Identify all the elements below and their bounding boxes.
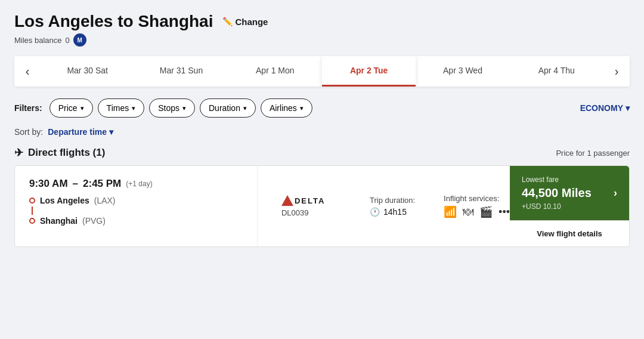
flight-card: 9:30 AM – 2:45 PM (+1 day) Los Angeles (… [14, 165, 630, 247]
times-filter-button[interactable]: Times ▾ [98, 98, 145, 118]
wifi-icon: 📶 [444, 205, 457, 218]
flight-card-main: 9:30 AM – 2:45 PM (+1 day) Los Angeles (… [15, 166, 257, 246]
origin-code: (LAX) [94, 196, 116, 205]
delta-logo: DELTA [281, 195, 341, 206]
pencil-icon: ✏️ [222, 17, 233, 26]
airline-name: DELTA [295, 196, 325, 205]
trip-duration-value: 14h15 [383, 207, 407, 217]
origin-route-item: Los Angeles (LAX) [29, 196, 243, 205]
miles-amount: 44,500 Miles › [522, 186, 617, 200]
miles-coin-icon: M [73, 33, 86, 47]
plane-icon: ✈ [14, 146, 23, 159]
chevron-down-icon: ▾ [300, 104, 304, 112]
date-tab-5[interactable]: Apr 4 Thu [510, 56, 603, 87]
trip-duration-label: Trip duration: [370, 196, 415, 205]
dest-route-item: Shanghai (PVG) [29, 216, 243, 226]
header-section: Los Angeles to Shanghai ✏️ Change Miles … [14, 12, 630, 47]
sort-label: Sort by: [14, 127, 43, 137]
date-tab-4[interactable]: Apr 3 Wed [416, 56, 509, 87]
route-title: Los Angeles to Shanghai [14, 12, 213, 31]
chevron-down-icon: ▾ [132, 104, 135, 112]
dest-code: (PVG) [82, 216, 106, 226]
flight-section-header: ✈ Direct flights (1) Price for 1 passeng… [14, 146, 630, 159]
economy-filter-button[interactable]: ECONOMY ▾ [580, 103, 630, 113]
chevron-down-icon: ▾ [243, 104, 247, 112]
dining-icon: 🍽 [463, 206, 473, 218]
dest-dot [29, 218, 35, 224]
inflight-section: Inflight services: 📶 🍽 🎬 ••• [444, 194, 510, 218]
sort-value-button[interactable]: Departure time ▾ [48, 127, 113, 137]
date-tab-1[interactable]: Mar 31 Sun [134, 56, 228, 87]
lowest-fare-box[interactable]: Lowest fare 44,500 Miles › +USD 10.10 [510, 166, 629, 220]
trip-time: 🕐 14h15 [370, 207, 415, 217]
stops-filter-button[interactable]: Stops ▾ [149, 98, 195, 118]
date-tab-2[interactable]: Apr 1 Mon [228, 56, 322, 87]
flight-middle: DELTA DL0039 Trip duration: 🕐 14h15 Infl… [257, 166, 510, 246]
entertainment-icon: 🎬 [479, 205, 493, 218]
chevron-right-icon: › [614, 187, 617, 199]
origin-dot [29, 198, 35, 204]
chevron-down-icon: ▾ [80, 104, 84, 112]
sort-row: Sort by: Departure time ▾ [14, 127, 630, 137]
usd-amount: +USD 10.10 [522, 202, 561, 211]
next-date-button[interactable]: › [603, 56, 630, 87]
inflight-label: Inflight services: [444, 194, 510, 203]
next-day-label: (+1 day) [126, 180, 152, 188]
chevron-down-icon: ▾ [626, 103, 630, 113]
trip-duration-section: Trip duration: 🕐 14h15 [370, 196, 415, 217]
flight-price-panel: Lowest fare 44,500 Miles › +USD 10.10 Vi… [510, 166, 629, 246]
flight-number: DL0039 [281, 208, 341, 217]
depart-time: 9:30 AM [29, 178, 68, 190]
delta-triangle-icon [281, 195, 293, 206]
duration-filter-button[interactable]: Duration ▾ [200, 98, 256, 118]
price-filter-button[interactable]: Price ▾ [49, 98, 93, 118]
lowest-fare-label: Lowest fare [522, 175, 559, 184]
date-tab-0[interactable]: Mar 30 Sat [41, 56, 134, 87]
airlines-filter-button[interactable]: Airlines ▾ [261, 98, 312, 118]
flight-route: Los Angeles (LAX) Shanghai (PVG) [29, 196, 243, 226]
date-tabs: Mar 30 Sat Mar 31 Sun Apr 1 Mon Apr 2 Tu… [41, 56, 603, 87]
chevron-down-icon: ▾ [182, 104, 186, 112]
clock-icon: 🕐 [370, 207, 380, 217]
chevron-down-icon: ▾ [109, 127, 113, 137]
dest-city: Shanghai [40, 216, 78, 226]
filters-label: Filters: [14, 103, 42, 113]
flight-times: 9:30 AM – 2:45 PM (+1 day) [29, 178, 243, 190]
route-line [32, 207, 33, 215]
miles-balance: Miles balance 0 M [14, 33, 630, 47]
section-title: ✈ Direct flights (1) [14, 146, 105, 159]
airline-section: DELTA DL0039 [281, 195, 341, 217]
inflight-icons: 📶 🍽 🎬 ••• [444, 205, 510, 218]
change-link[interactable]: ✏️ Change [222, 17, 268, 27]
origin-city: Los Angeles [40, 196, 89, 205]
date-tab-3[interactable]: Apr 2 Tue [322, 56, 416, 87]
date-selector: ‹ Mar 30 Sat Mar 31 Sun Apr 1 Mon Apr 2 … [14, 56, 630, 87]
filters-row: Filters: Price ▾ Times ▾ Stops ▾ Duratio… [14, 98, 630, 118]
passenger-price-label: Price for 1 passenger [556, 149, 630, 158]
more-services-icon[interactable]: ••• [499, 206, 510, 218]
view-flight-details-button[interactable]: View flight details [510, 220, 629, 246]
prev-date-button[interactable]: ‹ [14, 56, 41, 87]
arrive-time: 2:45 PM [83, 178, 121, 190]
